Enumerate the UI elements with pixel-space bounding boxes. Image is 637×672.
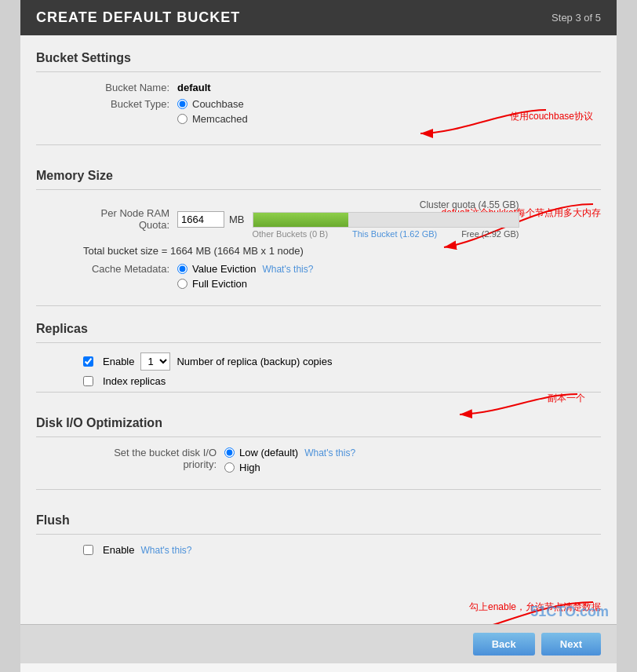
bucket-type-label: Bucket Type: bbox=[83, 98, 169, 110]
disk-priority-label: Set the bucket disk I/O priority: bbox=[83, 447, 217, 470]
ram-row: Per Node RAM Quota: MB Cluster quota (4.… bbox=[36, 199, 601, 239]
radio-couchbase[interactable]: Couchbase bbox=[177, 98, 248, 110]
full-eviction-row[interactable]: Full Eviction bbox=[177, 278, 313, 290]
index-replicas-label: Index replicas bbox=[103, 375, 166, 387]
total-size-row: Total bucket size = 1664 MB (1664 MB x 1… bbox=[36, 245, 601, 257]
replicas-section: Replicas Enable 1 2 3 Number of replica … bbox=[36, 314, 601, 387]
enable-replica-row: Enable 1 2 3 Number of replica (backup) … bbox=[36, 352, 601, 371]
bucket-name-label: Bucket Name: bbox=[83, 82, 169, 93]
footer-bar: Back Next bbox=[20, 624, 617, 663]
high-priority-row[interactable]: High bbox=[224, 462, 355, 473]
index-replicas-row: Index replicas bbox=[36, 375, 601, 387]
whats-this-link-disk[interactable]: What's this? bbox=[304, 447, 355, 458]
flush-enable-label: Enable bbox=[103, 544, 134, 556]
bucket-settings-section: Bucket Settings Bucket Name: default Buc… bbox=[36, 35, 601, 141]
annotation-replica: 副本一个 bbox=[548, 392, 585, 405]
radio-low-priority[interactable] bbox=[224, 447, 235, 458]
radio-value-eviction[interactable] bbox=[177, 264, 187, 274]
cache-metadata-label: Cache Metadata: bbox=[83, 263, 169, 275]
radio-memcached[interactable]: Memcached bbox=[177, 113, 248, 125]
replica-count-desc: Number of replica (backup) copies bbox=[177, 356, 332, 367]
disk-io-title: Disk I/O Optimization bbox=[36, 408, 601, 437]
other-buckets-label: Other Buckets (0 B) bbox=[253, 229, 329, 239]
flush-section: Flush Enable What's this? bbox=[36, 498, 601, 568]
per-node-input[interactable] bbox=[177, 211, 224, 228]
whats-this-link-cache[interactable]: What's this? bbox=[262, 264, 313, 275]
replica-count-select[interactable]: 1 2 3 bbox=[140, 352, 170, 371]
bucket-name-value: default bbox=[177, 82, 211, 93]
radio-couchbase-label: Couchbase bbox=[192, 98, 244, 110]
disk-options: Low (default) What's this? High bbox=[224, 447, 355, 473]
enable-replica-label: Enable bbox=[103, 356, 134, 367]
high-priority-label: High bbox=[239, 462, 260, 473]
disk-io-section: Disk I/O Optimization Set the bucket dis… bbox=[36, 400, 601, 486]
cluster-quota-label: Cluster quota (4.55 GB) bbox=[253, 199, 519, 210]
total-size-text: Total bucket size = 1664 MB (1664 MB x 1… bbox=[83, 245, 304, 257]
radio-high-priority[interactable] bbox=[224, 462, 235, 473]
low-priority-row[interactable]: Low (default) What's this? bbox=[224, 447, 355, 458]
low-priority-label: Low (default) bbox=[239, 447, 298, 458]
per-node-label: Per Node RAM Quota: bbox=[83, 207, 169, 231]
memory-size-section: Memory Size Per Node RAM Quota: MB Clust… bbox=[36, 153, 601, 302]
watermark: 51CTO.com bbox=[530, 604, 609, 620]
memory-size-title: Memory Size bbox=[36, 161, 601, 190]
cache-metadata-row: Cache Metadata: Value Eviction What's th… bbox=[36, 263, 601, 290]
radio-couchbase-input[interactable] bbox=[177, 99, 187, 109]
replicas-title: Replicas bbox=[36, 314, 601, 343]
radio-memcached-input[interactable] bbox=[177, 114, 187, 124]
value-eviction-label: Value Eviction bbox=[192, 263, 256, 275]
free-label: Free (2.92 GB) bbox=[461, 229, 519, 239]
full-eviction-label: Full Eviction bbox=[192, 278, 247, 290]
per-node-unit: MB bbox=[229, 214, 245, 225]
step-indicator: Step 3 of 5 bbox=[551, 12, 601, 24]
index-replicas-checkbox[interactable] bbox=[83, 376, 93, 386]
whats-this-link-flush[interactable]: What's this? bbox=[140, 545, 191, 556]
bucket-type-options: Couchbase Memcached bbox=[177, 98, 248, 129]
enable-replica-checkbox[interactable] bbox=[83, 356, 93, 367]
flush-title: Flush bbox=[36, 506, 601, 535]
value-eviction-row[interactable]: Value Eviction What's this? bbox=[177, 263, 313, 275]
quota-bar-labels: Other Buckets (0 B) This Bucket (1.62 GB… bbox=[253, 229, 519, 239]
radio-memcached-label: Memcached bbox=[192, 113, 248, 125]
page-header: CREATE DEFAULT BUCKET Step 3 of 5 bbox=[20, 0, 617, 35]
next-button[interactable]: Next bbox=[541, 633, 601, 656]
bucket-settings-title: Bucket Settings bbox=[36, 43, 601, 72]
bucket-name-row: Bucket Name: default bbox=[36, 82, 601, 93]
this-bucket-label: This Bucket (1.62 GB) bbox=[352, 229, 437, 239]
flush-enable-row: Enable What's this? bbox=[36, 544, 601, 556]
cache-options: Value Eviction What's this? Full Evictio… bbox=[177, 263, 313, 290]
page-title: CREATE DEFAULT BUCKET bbox=[36, 9, 240, 26]
quota-bar bbox=[253, 212, 519, 228]
disk-priority-row: Set the bucket disk I/O priority: Low (d… bbox=[36, 447, 601, 473]
quota-bar-this-bucket bbox=[253, 213, 349, 227]
annotation-couchbase: 使用couchbase协议 bbox=[510, 110, 593, 123]
radio-full-eviction[interactable] bbox=[177, 279, 187, 289]
back-button[interactable]: Back bbox=[473, 633, 535, 656]
flush-enable-checkbox[interactable] bbox=[83, 545, 93, 555]
quota-bar-container: Cluster quota (4.55 GB) Other Buckets (0… bbox=[253, 199, 519, 239]
